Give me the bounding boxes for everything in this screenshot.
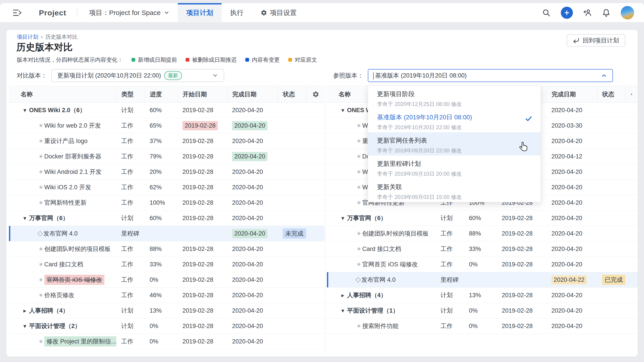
table-settings-icon[interactable] (630, 91, 632, 98)
task-name: 人事招聘（4） (347, 291, 386, 299)
table-row[interactable]: ▾ONES Wiki 2.0（6）计划60%2019-02-282020-04-… (9, 103, 325, 118)
start-date: 2019-02-28 (182, 153, 213, 160)
dot-icon (356, 263, 362, 266)
legend-item: 被删除或日期推迟 (186, 56, 237, 63)
table-row[interactable]: 创建团队时候的项目模板工作88%2019-02-282020-04-20 (327, 226, 638, 241)
back-to-plan-button[interactable]: 回到项目计划 (567, 34, 625, 47)
table-row[interactable]: ▾平面设计管理（1）计划0%2019-02-282020-04-20 (327, 303, 638, 319)
table-row[interactable]: ▾平面设计管理（2）计划0%2019-02-282020-04-20 (9, 319, 325, 334)
chevron-down-icon[interactable]: ▾ (20, 215, 29, 222)
version-option[interactable]: 更新项目阶段李奇于 2020年12月25日 08:00 修改 (368, 86, 540, 109)
tab-execution[interactable]: 执行 (222, 3, 252, 22)
breadcrumb-current: 历史版本对比 (46, 33, 78, 40)
task-name-cell: Card 接口文档 (9, 257, 116, 272)
table-row[interactable]: ▾万事官网（6）计划60%2019-02-282020-04-20 (9, 211, 325, 226)
table-row[interactable]: Wiki iOS 2.0 开发工作62%2019-02-282020-04-20 (9, 180, 325, 195)
task-name-cell: 官网首页 iOS 端修改 (9, 272, 116, 287)
nav-divider (77, 8, 77, 17)
task-type-cell: 工作 (116, 164, 145, 179)
reference-version-label: 参照版本： (333, 69, 363, 82)
version-option[interactable]: 更新里程碑计划李奇于 2019年09月10日 20:00 修改 (368, 156, 540, 179)
finish-date: 2020-03-30 (552, 122, 582, 129)
chevron-down-icon[interactable]: ▾ (20, 323, 29, 330)
search-icon[interactable] (542, 8, 550, 17)
chevron-right-icon[interactable]: ▸ (338, 292, 347, 299)
chevron-down-icon[interactable]: ▾ (338, 107, 347, 114)
row-spacer-cell (626, 272, 638, 287)
status-cell (278, 149, 306, 164)
compare-version-select[interactable]: 更新项目计划 (2020年10月20日 22:00) 最新 (52, 69, 224, 82)
row-spacer-cell (306, 164, 325, 179)
table-row[interactable]: ▸人事招聘（4）计划13%2019-02-282020-04-20 (327, 288, 638, 303)
version-option[interactable]: 更新官网任务列表李奇于 2019年09月20日 22:00 修改 (368, 132, 540, 156)
compare-version-label: 对比版本： (17, 69, 47, 82)
nav-tabs: 项目计划 执行 项目设置 (178, 3, 305, 22)
column-header: 状态 (597, 86, 626, 102)
project-switcher[interactable]: 项目：Project for Space (89, 3, 170, 22)
compare-table: 名称类型进度开始日期完成日期状态▾ONES Wiki 2.0（6）计划60%20… (9, 86, 325, 349)
dot-icon (356, 140, 362, 142)
table-row[interactable]: Card 接口文档工作33%2019-02-282020-04-20 (9, 257, 325, 272)
table-row[interactable]: ▸人事招聘（4）计划13%2019-02-282020-04-20 (9, 303, 325, 319)
start-date-cell: 2019-02-28 (178, 195, 227, 210)
chevron-down-icon[interactable]: ▾ (20, 107, 29, 114)
task-progress-cell: 60% (145, 103, 178, 118)
status-badge: 已完成 (602, 275, 626, 285)
table-row[interactable]: 重设计产品 logo工作37%2019-02-282020-04-20 (9, 133, 325, 149)
sidebar-menu-icon[interactable] (12, 8, 22, 17)
finish-date: 2020-04-20 (552, 307, 582, 314)
row-spacer-cell (626, 288, 638, 303)
chevron-down-icon[interactable]: ▾ (338, 215, 347, 222)
reference-version-select[interactable]: 基准版本 (2019年10月20日 08:00) (368, 69, 613, 82)
task-type-cell: 工作 (116, 149, 145, 164)
row-spacer-cell (306, 257, 325, 272)
table-row[interactable]: Wiki Android 2.1 开发工作20%2019-02-282020-0… (9, 164, 325, 180)
version-option[interactable]: 基准版本 (2019年10月20日 08:00)李奇于 2019年10月20日 … (368, 109, 540, 132)
task-name-cell: 官网首页 iOS 端修改 (327, 257, 436, 272)
version-option-title: 更新项目阶段 (377, 90, 532, 98)
table-row[interactable]: 发布官网 4.0里程碑2020-04-20未完成 (9, 226, 325, 241)
version-option[interactable]: 更新关联李奇于 2019年09月02日 15:00 修改 (368, 179, 540, 202)
status-cell: 已完成 (597, 272, 626, 287)
chevron-right-icon[interactable]: ▸ (20, 307, 29, 314)
table-settings-icon[interactable] (312, 91, 319, 98)
row-spacer-cell (306, 303, 325, 318)
row-spacer-cell (626, 103, 638, 118)
tab-project-settings[interactable]: 项目设置 (252, 3, 305, 22)
app-logo[interactable]: Project (39, 3, 66, 22)
table-row[interactable]: Card 接口文档工作33%2019-02-282020-04-20 (327, 241, 638, 257)
add-member-icon[interactable] (583, 8, 592, 17)
column-header: 进度 (145, 86, 178, 102)
avatar[interactable] (621, 6, 634, 19)
task-type-cell: 里程碑 (436, 272, 464, 287)
task-progress-cell: 100% (145, 195, 178, 210)
table-row[interactable]: 官网首页 iOS 端修改工作0%2019-02-282020-04-20 (9, 272, 325, 288)
table-row[interactable]: Wiki for web 2.0 开发工作65%2019-02-282020-0… (9, 118, 325, 133)
task-name-cell: ▾万事官网（6） (9, 211, 116, 226)
panel-divider (325, 86, 326, 354)
task-progress-cell: 79% (145, 149, 178, 164)
task-name-cell: Wiki iOS 2.0 开发 (9, 180, 116, 195)
notification-bell-icon[interactable] (602, 8, 610, 17)
task-name: 万事官网（6） (347, 214, 386, 222)
task-progress-cell: 65% (145, 118, 178, 133)
table-row[interactable]: 修改 Project 里的限制信…工作0%2019-02-282020-04-2… (9, 334, 325, 349)
table-row[interactable]: 创建团队时候的项目模板工作88%2019-02-282020-04-20 (9, 241, 325, 257)
table-row[interactable]: 官网新特性更新工作100%2019-02-282020-04-20 (9, 195, 325, 211)
status-cell (597, 103, 626, 118)
finish-date: 2020-04-20 (552, 168, 582, 175)
table-row[interactable]: ▾万事官网（6）计划60%2019-02-282020-04-20 (327, 211, 638, 226)
return-arrow-icon (573, 37, 580, 44)
legend-item: 对应原文 (288, 56, 317, 63)
task-name: 发布官网 4.0 (44, 230, 78, 238)
breadcrumb-project-plan[interactable]: 项目计划 (17, 33, 38, 40)
table-row[interactable]: 发布官网 4.0里程碑2020-04-22已完成 (327, 272, 638, 288)
table-row[interactable]: 官网首页 iOS 端修改工作0%2019-02-282020-04-20 (327, 257, 638, 272)
finish-date: 2020-04-20 (552, 246, 582, 253)
table-row[interactable]: Docker 部署到服务器工作79%2019-02-282020-04-20 (9, 149, 325, 164)
table-row[interactable]: 价格页修改工作46%2019-02-282020-04-20 (9, 288, 325, 303)
tab-project-plan[interactable]: 项目计划 (178, 3, 222, 22)
create-plus-icon[interactable] (561, 7, 573, 19)
table-row[interactable]: 搜索附件功能工作0%2019-02-282020-04-20 (327, 319, 638, 334)
chevron-down-icon[interactable]: ▾ (338, 307, 347, 314)
